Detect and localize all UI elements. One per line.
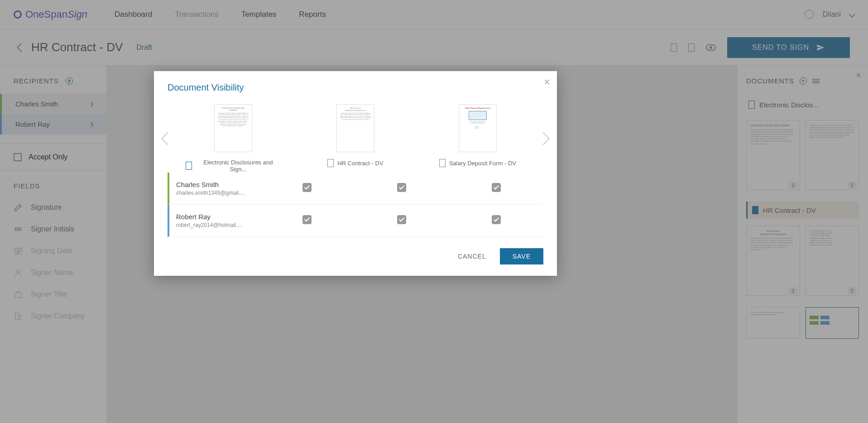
carousel-label: HR Contract - DV: [308, 159, 403, 167]
visibility-check-cell: [260, 183, 355, 194]
modal-title: Document Visibility: [154, 71, 557, 100]
recipient-cell: Charles Smith charles.smith1345@gmail...…: [169, 181, 260, 196]
recipient-email: robert_ray2014@hotmail....: [176, 222, 260, 228]
carousel-label: Salary Deposit Form - DV: [430, 159, 525, 167]
visibility-checkbox[interactable]: [492, 183, 501, 192]
carousel-next-icon[interactable]: [537, 132, 550, 144]
doc-label: Electronic Disclosures and Sign...: [196, 159, 281, 173]
visibility-check-cell: [355, 183, 449, 194]
visibility-table: Charles Smith charles.smith1345@gmail...…: [154, 173, 557, 237]
visibility-checkbox[interactable]: [397, 215, 406, 224]
doc-label: HR Contract - DV: [337, 160, 383, 167]
save-button[interactable]: SAVE: [500, 248, 543, 264]
visibility-check-cell: [355, 215, 449, 226]
carousel-label: Electronic Disclosures and Sign...: [186, 159, 281, 173]
carousel-item[interactable]: HR ContractEmployment AgreementLorem ips…: [308, 104, 403, 173]
document-carousel: ESIGN DISCLOSURE AND CONSENTLorem ipsum …: [154, 100, 557, 173]
carousel-items: ESIGN DISCLOSURE AND CONSENTLorem ipsum …: [172, 104, 539, 173]
visibility-checkbox[interactable]: [492, 215, 501, 224]
carousel-thumb: Salary Deposit Request FormLorem ipsum d…: [459, 104, 497, 152]
visibility-row: Robert Ray robert_ray2014@hotmail....: [168, 205, 543, 237]
close-modal-icon[interactable]: ×: [544, 76, 550, 88]
recipient-name: Robert Ray: [176, 213, 260, 221]
recipient-email: charles.smith1345@gmail....: [176, 190, 260, 196]
carousel-item[interactable]: ESIGN DISCLOSURE AND CONSENTLorem ipsum …: [186, 104, 281, 173]
document-visibility-modal: × Document Visibility ESIGN DISCLOSURE A…: [154, 71, 557, 276]
visibility-checkbox[interactable]: [397, 183, 406, 192]
cancel-button[interactable]: CANCEL: [458, 253, 486, 260]
recipient-cell: Robert Ray robert_ray2014@hotmail....: [169, 213, 260, 228]
document-icon: [186, 162, 192, 170]
visibility-check-cell: [449, 183, 543, 194]
visibility-checkbox[interactable]: [302, 183, 312, 192]
visibility-checkbox[interactable]: [302, 215, 312, 224]
visibility-check-cell: [449, 215, 543, 226]
carousel-item[interactable]: Salary Deposit Request FormLorem ipsum d…: [430, 104, 525, 173]
document-icon: [327, 159, 334, 167]
document-icon: [439, 159, 446, 167]
doc-label: Salary Deposit Form - DV: [449, 160, 516, 167]
modal-footer: CANCEL SAVE: [154, 237, 557, 276]
carousel-thumb: ESIGN DISCLOSURE AND CONSENTLorem ipsum …: [214, 104, 252, 152]
carousel-thumb: HR ContractEmployment AgreementLorem ips…: [336, 104, 374, 152]
visibility-check-cell: [260, 215, 355, 226]
visibility-row: Charles Smith charles.smith1345@gmail...…: [168, 173, 543, 205]
recipient-name: Charles Smith: [176, 181, 260, 188]
